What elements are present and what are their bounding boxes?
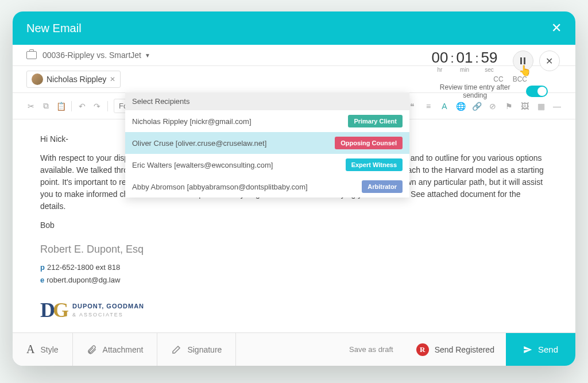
avatar: [32, 73, 43, 85]
cut-icon[interactable]: ✂: [26, 102, 36, 111]
role-badge: Arbitrator: [362, 180, 403, 193]
recipient-label: Nicholas Rippley [nickr@gmail.com]: [132, 117, 252, 126]
timer-cancel-button[interactable]: ✕: [539, 51, 560, 71]
firm-sub: & ASSOCIATES: [72, 311, 144, 319]
timer-panel: 00hr : 01min : 59sec ✕ 👆 Review time ent…: [430, 49, 562, 99]
signature-button[interactable]: Signature: [157, 333, 236, 366]
attachment-button[interactable]: Attachment: [73, 333, 158, 366]
send-button[interactable]: Send: [506, 333, 575, 366]
copy-icon[interactable]: ⧉: [41, 102, 51, 111]
style-button[interactable]: A Style: [13, 333, 73, 366]
flag-icon[interactable]: ⚑: [504, 102, 513, 111]
recipient-label: Abby Abromson [abbyabramson@dontsplitbab…: [132, 183, 308, 191]
signature-phone: p212-652-1800 ext 818: [40, 262, 548, 273]
style-icon: A: [26, 343, 34, 356]
dropdown-header: Select Recipients: [125, 92, 409, 110]
paste-icon[interactable]: 📋: [56, 102, 65, 111]
recipient-label: Eric Walters [ewalters@ewconsulting.com]: [132, 161, 273, 169]
registered-icon: R: [416, 343, 429, 356]
recipient-chip[interactable]: Nicholas Rippley ✕: [26, 71, 121, 88]
timer-display: 00hr : 01min : 59sec: [431, 49, 497, 73]
recipient-option[interactable]: Oliver Cruse [oliver.cruse@cruselaw.net]…: [125, 132, 409, 154]
cursor-icon: 👆: [519, 64, 531, 77]
compose-footer: A Style Attachment Signature Save as dra…: [13, 332, 575, 366]
timer-min: 01: [457, 49, 473, 66]
send-registered-button[interactable]: R Send Registered: [405, 333, 506, 366]
recipient-option[interactable]: Nicholas Rippley [nickr@gmail.com]Primar…: [125, 110, 409, 132]
remove-recipient-icon[interactable]: ✕: [110, 75, 115, 83]
table-icon[interactable]: ▦: [536, 102, 546, 111]
hr-icon[interactable]: —: [552, 102, 562, 111]
paperclip-icon: [87, 345, 97, 355]
unlink-icon[interactable]: ⊘: [488, 102, 497, 111]
role-badge: Opposing Counsel: [335, 137, 403, 149]
recipient-option[interactable]: Abby Abromson [abbyabramson@dontsplitbab…: [125, 176, 409, 198]
close-button[interactable]: ✕: [551, 21, 562, 36]
compose-window: New Email ✕ 00036-Rippley vs. SmartJet ▼…: [13, 11, 575, 366]
logo-mark: DG: [40, 295, 67, 326]
link-icon[interactable]: 🔗: [472, 102, 481, 111]
role-badge: Primary Client: [348, 115, 403, 127]
signature-name: Robert E. Dupont, Esq: [40, 242, 548, 257]
pause-icon: [520, 57, 525, 64]
undo-icon[interactable]: ↶: [78, 102, 87, 111]
review-toggle[interactable]: [526, 86, 548, 97]
signature-icon: [171, 345, 181, 355]
review-toggle-label: Review time entry after sending: [430, 83, 520, 99]
language-icon[interactable]: 🌐: [456, 102, 465, 111]
send-icon: [523, 345, 532, 354]
window-header: New Email ✕: [13, 11, 575, 45]
recipient-label: Oliver Cruse [oliver.cruse@cruselaw.net]: [132, 139, 266, 148]
recipient-name: Nicholas Rippley: [47, 75, 106, 84]
timer-hr: 00: [431, 49, 448, 66]
briefcase-icon: [26, 51, 37, 59]
role-badge: Expert Witness: [346, 158, 403, 171]
window-title: New Email: [26, 22, 82, 35]
align-icon[interactable]: ≡: [424, 102, 433, 111]
chevron-down-icon: ▼: [145, 52, 150, 59]
text-color-icon[interactable]: A: [440, 102, 449, 111]
signoff: Bob: [40, 219, 548, 231]
timer-sec: 59: [481, 49, 498, 66]
redo-icon[interactable]: ↷: [92, 102, 102, 111]
firm-name: DUPONT, GOODMAN: [72, 301, 144, 311]
save-draft-button[interactable]: Save as draft: [338, 333, 405, 366]
signature-email: erobert.dupont@dg.law: [40, 274, 548, 286]
case-name: 00036-Rippley vs. SmartJet: [42, 51, 141, 60]
recipients-dropdown: Select Recipients Nicholas Rippley [nick…: [125, 92, 409, 198]
recipient-option[interactable]: Eric Walters [ewalters@ewconsulting.com]…: [125, 154, 409, 176]
firm-logo: DG DUPONT, GOODMAN & ASSOCIATES: [40, 295, 548, 326]
image-icon[interactable]: 🖼: [520, 102, 529, 111]
